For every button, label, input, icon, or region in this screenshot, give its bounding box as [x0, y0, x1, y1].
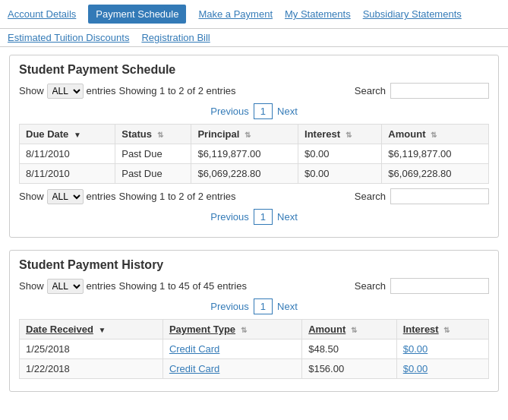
- history-search-controls: Search: [355, 278, 489, 294]
- schedule-entries-label: entries: [87, 85, 116, 96]
- schedule-search-input[interactable]: [390, 83, 489, 99]
- payment-type-link[interactable]: Credit Card: [169, 343, 219, 355]
- schedule-status: Past Due: [115, 144, 191, 164]
- main-content: Student Payment Schedule Show ALL 10 25 …: [0, 47, 508, 412]
- schedule-next-link-top[interactable]: Next: [277, 106, 298, 117]
- history-col-interest[interactable]: Interest ⇅: [396, 320, 488, 339]
- schedule-col-status[interactable]: Status ⇅: [115, 125, 191, 144]
- schedule-page-1-top[interactable]: 1: [254, 103, 273, 119]
- history-section-title: Student Payment History: [19, 258, 489, 272]
- schedule-pagination-top: Previous 1 Next: [19, 103, 489, 119]
- sort-down-icon: ▼: [74, 131, 81, 139]
- history-date-received: 1/22/2018: [20, 359, 163, 379]
- schedule-show-select[interactable]: ALL 10 25 50 100: [47, 84, 84, 99]
- sort-icon: ⇅: [245, 131, 251, 139]
- sort-icon: ⇅: [351, 326, 357, 334]
- schedule-principal: $6,119,877.00: [191, 144, 298, 164]
- history-interest: $0.00: [396, 359, 488, 379]
- sort-icon: ⇅: [443, 326, 450, 334]
- history-page-1[interactable]: 1: [254, 298, 273, 314]
- nav-my-statements[interactable]: My Statements: [285, 8, 351, 20]
- payment-history-section: Student Payment History Show ALL 10 25 5…: [9, 250, 499, 392]
- history-col-payment-type[interactable]: Payment Type ⇅: [162, 320, 301, 339]
- sort-down-icon: ▼: [99, 326, 106, 334]
- history-table-row: 1/25/2018 Credit Card $48.50 $0.00: [20, 339, 489, 359]
- top-navigation: Account Details Payment Schedule Make a …: [0, 0, 508, 29]
- history-search-label: Search: [355, 280, 386, 292]
- schedule-interest: $0.00: [298, 144, 382, 164]
- schedule-show-label: Show: [19, 85, 44, 96]
- schedule-table: Due Date ▼ Status ⇅ Principal ⇅ Interest…: [19, 124, 489, 184]
- schedule-previous-link-bottom[interactable]: Previous: [210, 211, 249, 223]
- history-entries-label: entries: [87, 280, 116, 292]
- payment-schedule-section: Student Payment Schedule Show ALL 10 25 …: [9, 55, 499, 238]
- history-payment-type: Credit Card: [162, 339, 301, 359]
- nav-payment-schedule[interactable]: Payment Schedule: [88, 5, 186, 24]
- history-col-date-received[interactable]: Date Received ▼: [20, 320, 163, 339]
- schedule-bottom-show-label: Show: [19, 191, 44, 202]
- payment-type-link[interactable]: Credit Card: [169, 363, 219, 374]
- history-col-amount[interactable]: Amount ⇅: [302, 320, 397, 339]
- schedule-search-controls: Search: [355, 83, 489, 99]
- history-amount: $156.00: [302, 359, 397, 379]
- nav-estimated-tuition-discounts[interactable]: Estimated Tuition Discounts: [8, 32, 129, 43]
- history-show-label: Show: [19, 280, 44, 292]
- history-search-input[interactable]: [390, 278, 489, 294]
- interest-link[interactable]: $0.00: [403, 343, 428, 355]
- schedule-section-title: Student Payment Schedule: [19, 63, 489, 77]
- schedule-bottom-search-input[interactable]: [390, 188, 489, 204]
- schedule-col-amount[interactable]: Amount ⇅: [382, 125, 489, 144]
- history-show-controls: Show ALL 10 25 50 100 entries Showing 1 …: [19, 279, 247, 294]
- sort-icon: ⇅: [157, 131, 163, 139]
- schedule-principal: $6,069,228.80: [191, 164, 298, 184]
- schedule-col-principal[interactable]: Principal ⇅: [191, 125, 298, 144]
- schedule-page-1-bottom[interactable]: 1: [254, 209, 273, 225]
- history-amount: $48.50: [302, 339, 397, 359]
- history-showing-text: Showing 1 to 45 of 45 entries: [119, 280, 247, 292]
- history-previous-link[interactable]: Previous: [210, 301, 249, 312]
- schedule-bottom-entries-label: entries: [87, 191, 116, 202]
- schedule-bottom-show-select[interactable]: ALL 10 25 50 100: [47, 189, 84, 204]
- nav-registration-bill[interactable]: Registration Bill: [141, 32, 210, 43]
- history-show-select[interactable]: ALL 10 25 50 100: [47, 279, 84, 294]
- history-interest: $0.00: [396, 339, 488, 359]
- schedule-previous-link-top[interactable]: Previous: [210, 106, 249, 117]
- schedule-due-date: 8/11/2010: [20, 164, 115, 184]
- schedule-pagination-bottom: Previous 1 Next: [19, 209, 489, 225]
- schedule-bottom-show-controls: Show ALL 10 25 50 100 entries Showing 1 …: [19, 189, 236, 204]
- history-payment-type: Credit Card: [162, 359, 301, 379]
- schedule-bottom-showing-text: Showing 1 to 2 of 2 entries: [119, 191, 236, 202]
- nav-subsidiary-statements[interactable]: Subsidiary Statements: [363, 8, 462, 20]
- schedule-table-row: 8/11/2010 Past Due $6,069,228.80 $0.00 $…: [20, 164, 489, 184]
- schedule-next-link-bottom[interactable]: Next: [277, 211, 298, 223]
- schedule-due-date: 8/11/2010: [20, 144, 115, 164]
- sub-navigation: Estimated Tuition Discounts Registration…: [0, 29, 508, 47]
- nav-make-a-payment[interactable]: Make a Payment: [198, 8, 273, 20]
- history-date-received: 1/25/2018: [20, 339, 163, 359]
- schedule-amount: $6,119,877.00: [382, 144, 489, 164]
- schedule-table-row: 8/11/2010 Past Due $6,119,877.00 $0.00 $…: [20, 144, 489, 164]
- sort-icon: ⇅: [431, 131, 437, 139]
- history-table: Date Received ▼ Payment Type ⇅ Amount ⇅ …: [19, 319, 489, 379]
- schedule-col-interest[interactable]: Interest ⇅: [298, 125, 382, 144]
- interest-link[interactable]: $0.00: [403, 363, 428, 374]
- sort-icon: ⇅: [346, 131, 352, 139]
- schedule-bottom-search-controls: Search: [355, 188, 489, 204]
- schedule-search-label: Search: [355, 85, 386, 96]
- history-pagination-top: Previous 1 Next: [19, 298, 489, 314]
- schedule-bottom-controls: Show ALL 10 25 50 100 entries Showing 1 …: [19, 188, 489, 204]
- history-next-link[interactable]: Next: [277, 301, 298, 312]
- schedule-show-controls: Show ALL 10 25 50 100 entries Showing 1 …: [19, 84, 236, 99]
- schedule-interest: $0.00: [298, 164, 382, 184]
- history-table-row: 1/22/2018 Credit Card $156.00 $0.00: [20, 359, 489, 379]
- schedule-col-due-date[interactable]: Due Date ▼: [20, 125, 115, 144]
- sort-icon: ⇅: [241, 326, 247, 334]
- nav-account-details[interactable]: Account Details: [8, 8, 76, 20]
- schedule-status: Past Due: [115, 164, 191, 184]
- schedule-bottom-search-label: Search: [355, 191, 386, 202]
- schedule-top-controls: Show ALL 10 25 50 100 entries Showing 1 …: [19, 83, 489, 99]
- schedule-showing-text: Showing 1 to 2 of 2 entries: [119, 85, 236, 96]
- schedule-amount: $6,069,228.80: [382, 164, 489, 184]
- history-top-controls: Show ALL 10 25 50 100 entries Showing 1 …: [19, 278, 489, 294]
